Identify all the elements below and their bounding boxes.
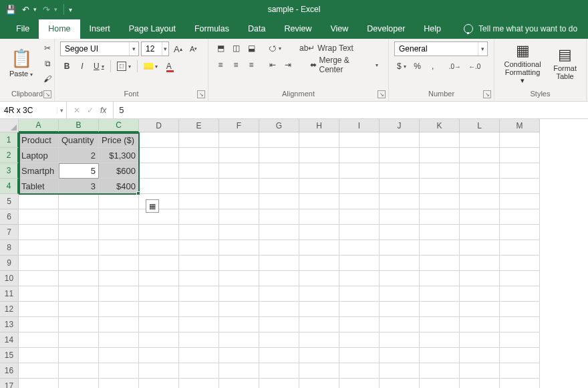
wrap-text-button[interactable]: ab↵ Wrap Text xyxy=(295,41,358,55)
tab-formulas[interactable]: Formulas xyxy=(185,19,239,39)
cell-J6[interactable] xyxy=(380,209,420,225)
row-header-15[interactable]: 15 xyxy=(0,348,19,363)
cell-G3[interactable] xyxy=(259,163,299,179)
cell-A13[interactable] xyxy=(19,317,59,332)
cell-K8[interactable] xyxy=(420,240,460,256)
cell-B2[interactable]: 2 xyxy=(59,148,99,163)
cell-H6[interactable] xyxy=(299,209,339,225)
row-header-3[interactable]: 3 xyxy=(0,163,19,179)
cell-K6[interactable] xyxy=(420,209,460,225)
cell-J15[interactable] xyxy=(380,348,420,363)
cell-C9[interactable] xyxy=(99,256,139,271)
align-left-button[interactable]: ≡ xyxy=(214,58,227,72)
cell-M1[interactable] xyxy=(500,132,540,148)
cell-D13[interactable] xyxy=(139,317,179,332)
fill-color-button[interactable] xyxy=(141,60,160,73)
row-header-10[interactable]: 10 xyxy=(0,271,19,286)
cell-C4[interactable]: $400 xyxy=(99,179,139,194)
cell-J8[interactable] xyxy=(380,240,420,256)
cell-B14[interactable] xyxy=(59,332,99,348)
cell-B3[interactable]: 5 xyxy=(59,163,99,179)
percent-format-button[interactable]: % xyxy=(411,60,424,73)
cell-E16[interactable] xyxy=(179,363,219,379)
cell-K15[interactable] xyxy=(420,348,460,363)
cell-F10[interactable] xyxy=(219,271,259,286)
col-header-G[interactable]: G xyxy=(259,119,299,132)
select-all-corner[interactable] xyxy=(0,119,19,132)
cell-C3[interactable]: $600 xyxy=(99,163,139,179)
format-painter-button[interactable]: 🖌 xyxy=(41,72,54,86)
cell-B17[interactable] xyxy=(59,379,99,388)
cell-M5[interactable] xyxy=(500,194,540,209)
cell-B6[interactable] xyxy=(59,209,99,225)
cell-L11[interactable] xyxy=(460,286,500,302)
cell-K10[interactable] xyxy=(420,271,460,286)
cell-G12[interactable] xyxy=(259,302,299,317)
cell-H14[interactable] xyxy=(299,332,339,348)
cell-L6[interactable] xyxy=(460,209,500,225)
number-format-input[interactable] xyxy=(395,44,478,54)
cell-L3[interactable] xyxy=(460,163,500,179)
cell-K14[interactable] xyxy=(420,332,460,348)
qat-customize[interactable]: ▾ xyxy=(69,6,72,13)
cell-A15[interactable] xyxy=(19,348,59,363)
col-header-J[interactable]: J xyxy=(380,119,420,132)
tell-me[interactable]: Tell me what you want to do xyxy=(454,19,587,39)
cell-F15[interactable] xyxy=(219,348,259,363)
cell-J5[interactable] xyxy=(380,194,420,209)
cell-I14[interactable] xyxy=(339,332,380,348)
cell-G7[interactable] xyxy=(259,225,299,240)
cell-F13[interactable] xyxy=(219,317,259,332)
align-middle-button[interactable]: ◫ xyxy=(229,41,243,55)
cell-J4[interactable] xyxy=(380,179,420,194)
cell-L9[interactable] xyxy=(460,256,500,271)
cell-I3[interactable] xyxy=(339,163,380,179)
cell-G10[interactable] xyxy=(259,271,299,286)
cell-K1[interactable] xyxy=(420,132,460,148)
cell-H5[interactable] xyxy=(299,194,339,209)
cell-I4[interactable] xyxy=(339,179,380,194)
chevron-down-icon[interactable]: ▾ xyxy=(478,42,487,56)
cell-M4[interactable] xyxy=(500,179,540,194)
cell-I8[interactable] xyxy=(339,240,380,256)
cell-M11[interactable] xyxy=(500,286,540,302)
cell-E9[interactable] xyxy=(179,256,219,271)
cell-F9[interactable] xyxy=(219,256,259,271)
row-header-1[interactable]: 1 xyxy=(0,132,19,148)
cell-F1[interactable] xyxy=(219,132,259,148)
number-launcher[interactable]: ↘ xyxy=(483,90,491,98)
cell-H17[interactable] xyxy=(299,379,339,388)
row-header-6[interactable]: 6 xyxy=(0,209,19,225)
cell-B7[interactable] xyxy=(59,225,99,240)
cell-I15[interactable] xyxy=(339,348,380,363)
cell-K13[interactable] xyxy=(420,317,460,332)
cell-E12[interactable] xyxy=(179,302,219,317)
cell-E11[interactable] xyxy=(179,286,219,302)
cell-D6[interactable] xyxy=(139,209,179,225)
cell-M2[interactable] xyxy=(500,148,540,163)
cell-F16[interactable] xyxy=(219,363,259,379)
cell-H3[interactable] xyxy=(299,163,339,179)
formula-bar-value[interactable]: 5 xyxy=(114,102,588,118)
cell-J3[interactable] xyxy=(380,163,420,179)
cell-J14[interactable] xyxy=(380,332,420,348)
grow-font-button[interactable]: A▴ xyxy=(171,42,185,56)
cell-H12[interactable] xyxy=(299,302,339,317)
save-icon[interactable]: 💾 xyxy=(5,4,16,15)
cell-D8[interactable] xyxy=(139,240,179,256)
cell-D5[interactable] xyxy=(139,194,179,209)
row-header-13[interactable]: 13 xyxy=(0,317,19,332)
fx-button[interactable]: fx xyxy=(100,106,106,115)
cell-I5[interactable] xyxy=(339,194,380,209)
cell-A6[interactable] xyxy=(19,209,59,225)
cell-C1[interactable]: Price ($) xyxy=(99,132,139,148)
cell-L10[interactable] xyxy=(460,271,500,286)
cell-E8[interactable] xyxy=(179,240,219,256)
redo-dropdown[interactable]: ▾ xyxy=(54,6,57,13)
cell-G4[interactable] xyxy=(259,179,299,194)
chevron-down-icon[interactable]: ▾ xyxy=(129,42,138,56)
cell-E13[interactable] xyxy=(179,317,219,332)
row-header-17[interactable]: 17 xyxy=(0,379,19,388)
col-header-M[interactable]: M xyxy=(500,119,540,132)
cell-G17[interactable] xyxy=(259,379,299,388)
